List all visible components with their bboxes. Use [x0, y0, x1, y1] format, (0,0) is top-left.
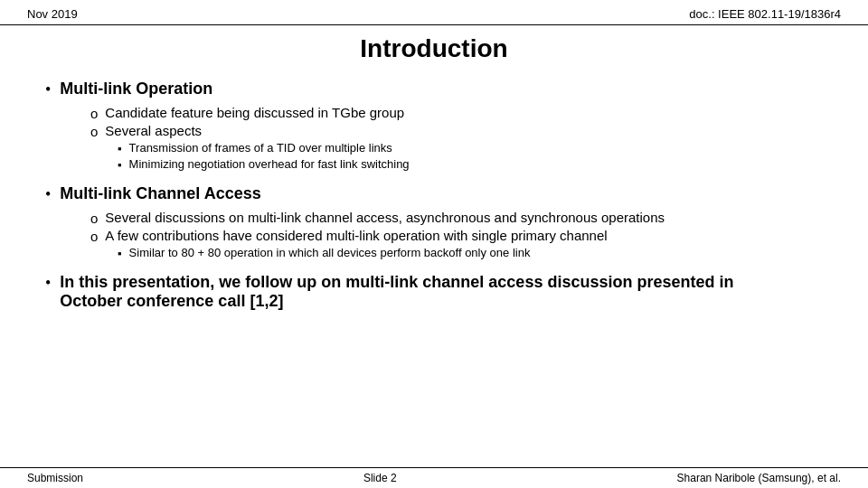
bullet-symbol-1: • [45, 80, 51, 99]
last-bullet-line1: In this presentation, we follow up on mu… [60, 273, 733, 292]
sub-sub-item-1-1: ▪ Transmission of frames of a TID over m… [118, 141, 823, 155]
sub-sub-list-1: ▪ Transmission of frames of a TID over m… [118, 141, 823, 172]
bullet-1: • Multi-link Operation [45, 80, 823, 99]
bullet-3: • In this presentation, we follow up on … [45, 273, 823, 311]
slide-title: Introduction [0, 25, 868, 76]
footer-slide-number: Slide 2 [363, 472, 397, 484]
header-doc-id: doc.: IEEE 802.11-19/1836r4 [689, 7, 841, 21]
sub-symbol-1-1: o [90, 106, 98, 121]
sub-item-2-2: o A few contributions have considered mu… [90, 228, 823, 244]
sub-text-1-2: Several aspects [105, 123, 202, 138]
sub-list-1: o Candidate feature being discussed in T… [90, 105, 823, 172]
header: Nov 2019 doc.: IEEE 802.11-19/1836r4 [0, 0, 868, 25]
bullet-heading-2: Multi-link Channel Access [60, 184, 260, 203]
sub-list-2: o Several discussions on multi-link chan… [90, 210, 823, 260]
subsub-text-1-2: Minimizing negotiation overhead for fast… [129, 157, 410, 171]
sub-item-2-1: o Several discussions on multi-link chan… [90, 210, 823, 226]
bullet-2: • Multi-link Channel Access [45, 184, 823, 204]
sub-item-1-2: o Several aspects [90, 123, 823, 139]
slide: Nov 2019 doc.: IEEE 802.11-19/1836r4 Int… [0, 0, 868, 488]
bullet-symbol-2: • [45, 185, 51, 204]
header-date: Nov 2019 [27, 7, 78, 21]
sub-sub-item-1-2: ▪ Minimizing negotiation overhead for fa… [118, 157, 823, 172]
bullet-heading-1: Multi-link Operation [60, 80, 212, 99]
slide-content: • Multi-link Operation o Candidate featu… [0, 76, 868, 311]
footer-submission: Submission [27, 472, 83, 484]
sub-text-2-2: A few contributions have considered mult… [105, 228, 607, 243]
last-bullet-line2: October conference call [1,2] [60, 292, 733, 311]
sub-sub-item-2-1: ▪ Similar to 80 + 80 operation in which … [118, 246, 823, 260]
sub-text-1-1: Candidate feature being discussed in TGb… [105, 105, 404, 120]
section-1: • Multi-link Operation o Candidate featu… [45, 80, 823, 172]
bullet-symbol-3: • [45, 274, 51, 293]
subsub-symbol-1-2: ▪ [118, 158, 122, 172]
last-bullet-content: In this presentation, we follow up on mu… [60, 273, 733, 311]
section-2: • Multi-link Channel Access o Several di… [45, 184, 823, 260]
footer-author: Sharan Naribole (Samsung), et al. [677, 472, 841, 484]
sub-symbol-2-1: o [90, 211, 98, 226]
sub-symbol-2-2: o [90, 229, 98, 244]
subsub-text-1-1: Transmission of frames of a TID over mul… [129, 141, 392, 155]
sub-symbol-1-2: o [90, 124, 98, 139]
subsub-symbol-1-1: ▪ [118, 142, 122, 155]
sub-sub-list-2: ▪ Similar to 80 + 80 operation in which … [118, 246, 823, 260]
subsub-symbol-2-1: ▪ [118, 247, 122, 260]
sub-item-1-1: o Candidate feature being discussed in T… [90, 105, 823, 121]
footer: Submission Slide 2 Sharan Naribole (Sams… [0, 467, 868, 488]
subsub-text-2-1: Similar to 80 + 80 operation in which al… [129, 246, 531, 259]
sub-text-2-1: Several discussions on multi-link channe… [105, 210, 665, 225]
